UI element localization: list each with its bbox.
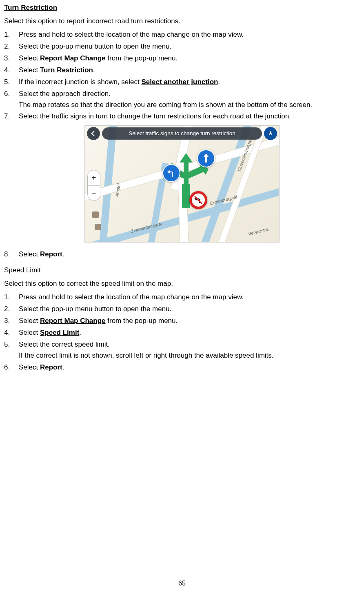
step-subtext: The map rotates so that the direction yo… [19, 100, 360, 110]
section-intro: Select this option to correct the speed … [4, 279, 360, 289]
step-text: Select the pop-up menu button to open th… [19, 42, 171, 50]
step-bold: Turn Restriction [40, 66, 93, 74]
list-item: 5. If the incorrect junction is shown, s… [4, 78, 360, 87]
step-number: 3. [4, 54, 19, 63]
step-number: 6. [4, 363, 19, 372]
step-number: 8. [4, 250, 19, 259]
step-bold: Report Map Change [40, 317, 106, 325]
list-item: 6. Select Report. [4, 363, 360, 372]
step-bold: Select another junction [141, 78, 218, 86]
poi-icon [92, 211, 99, 218]
traffic-sign-straight[interactable] [197, 149, 215, 167]
step-text: Select [19, 250, 40, 258]
list-item: 2. Select the pop-up menu button to open… [4, 42, 360, 51]
step-number: 6. [4, 89, 19, 110]
step-subtext: If the correct limit is not shown, scrol… [19, 351, 360, 361]
list-item: 4. Select Speed Limit. [4, 328, 360, 338]
step-text: . [93, 66, 95, 74]
section-intro: Select this option to report incorrect r… [4, 17, 360, 26]
svg-marker-7 [269, 131, 272, 135]
step-number: 2. [4, 42, 19, 51]
list-item: 8. Select Report. [4, 250, 360, 259]
steps-list-1: 1. Press and hold to select the location… [4, 30, 360, 122]
svg-marker-0 [182, 184, 190, 208]
steps-list-2: 1. Press and hold to select the location… [4, 293, 360, 372]
list-item: 5. Select the correct speed limit. If th… [4, 340, 360, 361]
list-item: 3. Select Report Map Change from the pop… [4, 316, 360, 326]
svg-line-6 [195, 196, 202, 204]
page-number: 65 [0, 579, 364, 588]
step-text: Select the traffic signs in turn to chan… [19, 112, 291, 120]
step-text: from the pop-up menu. [106, 317, 178, 325]
step-text: Select [19, 54, 40, 62]
step-number: 3. [4, 316, 19, 326]
step-text: Select [19, 329, 40, 336]
section-title-speed-limit: Speed Limit [4, 266, 360, 275]
step-text: Select the correct speed limit. [19, 341, 110, 348]
section-title-turn-restriction: Turn Restriction [4, 3, 360, 13]
list-item: 1. Press and hold to select the location… [4, 293, 360, 302]
list-item: 3. Select Report Map Change from the pop… [4, 54, 360, 63]
list-item: 1. Press and hold to select the location… [4, 30, 360, 40]
step-text: Select [19, 317, 40, 325]
step-number: 1. [4, 30, 19, 40]
back-arrow-icon [90, 130, 97, 137]
step-text: Press and hold to select the location of… [19, 293, 244, 301]
step-number: 7. [4, 112, 19, 121]
map-view[interactable]: Amstel Kloveniersburgwal Groenburgwal Zw… [84, 125, 280, 243]
step-number: 5. [4, 340, 19, 361]
step-number: 1. [4, 293, 19, 302]
zoom-control: + − [87, 170, 100, 201]
map-instruction-bar: Select traffic signs to change turn rest… [102, 127, 262, 140]
road-label-ververs: Ververstra [248, 227, 269, 238]
step-bold: Report [40, 250, 62, 258]
step-number: 4. [4, 66, 19, 75]
step-text: . [62, 363, 64, 371]
step-text: . [218, 78, 220, 86]
step-text: Press and hold to select the location of… [19, 31, 244, 38]
list-item: 4. Select Turn Restriction. [4, 66, 360, 75]
step-text: Select [19, 66, 40, 74]
step-number: 2. [4, 305, 19, 314]
step-text: from the pop-up menu. [106, 54, 178, 62]
list-item: 7. Select the traffic signs in turn to c… [4, 112, 360, 121]
step-text: . [79, 329, 81, 336]
list-item: 2. Select the pop-up menu button to open… [4, 305, 360, 314]
step-text: Select the pop-up menu button to open th… [19, 305, 171, 313]
poi-icon [95, 224, 101, 230]
zoom-out-button[interactable]: − [88, 186, 100, 201]
step-bold: Report [40, 363, 62, 371]
step-text: If the incorrect junction is shown, sele… [19, 78, 141, 86]
map-figure: Amstel Kloveniersburgwal Groenburgwal Zw… [4, 125, 360, 243]
step-number: 4. [4, 328, 19, 338]
step-text: . [62, 250, 64, 258]
compass-icon [267, 130, 274, 137]
back-button[interactable] [87, 127, 100, 140]
steps-list-1-after: 8. Select Report. [4, 250, 360, 259]
zoom-in-button[interactable]: + [88, 170, 100, 186]
step-text: Select [19, 363, 40, 371]
step-text: Select the approach direction. [19, 90, 111, 98]
step-bold: Report Map Change [40, 54, 106, 62]
list-item: 6. Select the approach direction. The ma… [4, 89, 360, 110]
step-number: 5. [4, 78, 19, 87]
step-bold: Speed Limit [40, 329, 79, 336]
